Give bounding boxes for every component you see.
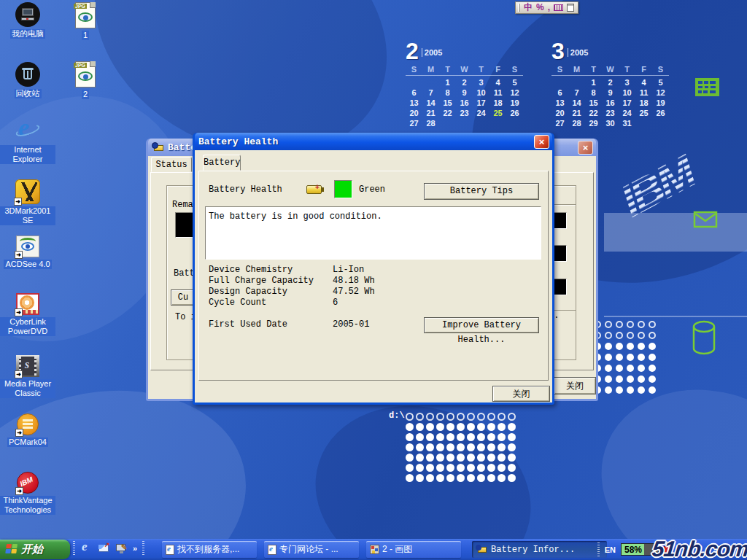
desktop-icon-pcmark04[interactable]: ➜ PCMark04 — [0, 413, 55, 447]
wallpaper-dot — [477, 474, 485, 482]
desktop-icon-jpg-1[interactable]: JPG 1 — [64, 2, 107, 40]
desktop-icon-recycle-bin[interactable]: 回收站 — [0, 62, 55, 98]
wallpaper-dot — [638, 354, 645, 361]
start-label: 开始 — [21, 542, 43, 556]
desktop-icon-label: ACDSee 4.0 — [4, 260, 51, 269]
calendar-grid: SMTWTFS123456789101112131415161718192021… — [406, 64, 523, 128]
battery-tips-button[interactable]: Battery Tips — [424, 183, 539, 200]
task-button-battery-information[interactable]: Battery Infor... — [472, 541, 607, 558]
pcmark-icon: ➜ — [17, 413, 39, 435]
calendar-day: 29 — [585, 118, 602, 128]
calendar-day: 24 — [619, 108, 635, 118]
battery-gauge — [175, 212, 193, 238]
task-button-server-not-found[interactable]: e 找不到服务器,... — [162, 541, 257, 558]
ime-keyboard-icon[interactable] — [554, 4, 563, 11]
desktop-icon-3dmark2001[interactable]: ➜ 3DMark2001 SE — [0, 179, 55, 225]
calendar-weekday: W — [602, 64, 619, 74]
improve-battery-health-button[interactable]: Improve Battery Health... — [424, 317, 539, 333]
calendar-day: 5 — [506, 77, 523, 88]
ime-language-bar[interactable]: 中 % , — [515, 1, 578, 14]
desktop-icon-my-computer[interactable]: 我的电脑 — [0, 2, 55, 39]
ie-quicklaunch-icon[interactable]: e — [80, 542, 93, 555]
wallpaper-dot — [446, 413, 454, 421]
health-status-swatch — [334, 180, 352, 198]
wallpaper-dot — [406, 474, 414, 482]
bg-window-close-cta[interactable]: 关闭 — [554, 377, 596, 394]
desktop-icon-powerdvd[interactable]: ➜ CyberLink PowerDVD — [0, 293, 55, 336]
calendar-day: 20 — [551, 108, 568, 118]
calendar-separator — [406, 75, 523, 76]
start-button[interactable]: 开始 — [0, 540, 70, 559]
wallpaper-dot — [426, 464, 434, 472]
wallpaper-dot — [426, 443, 434, 451]
battery-health-titlebar[interactable]: Battery Health × — [195, 133, 552, 150]
tab-status[interactable]: Status — [151, 157, 192, 172]
wallpaper-dot — [457, 433, 465, 441]
ime-menu-icon[interactable] — [567, 4, 574, 12]
calendar-year: 2005 — [422, 48, 442, 57]
field-label: First Used Date — [209, 319, 287, 330]
wallpaper-dot — [446, 454, 454, 462]
calendar-weekday: T — [619, 64, 635, 74]
outlook-express-icon[interactable]: ↗ — [98, 542, 110, 555]
wallpaper-dot — [416, 423, 424, 431]
dialog-close-button[interactable]: × — [534, 135, 549, 149]
calendar-weekday: T — [473, 64, 489, 74]
wallpaper-dot — [498, 464, 506, 472]
calendar-day: 23 — [456, 108, 473, 118]
wallpaper-dot — [457, 413, 465, 421]
quick-launch-expand-chevron[interactable]: » — [133, 544, 137, 553]
desktop-icon-label: Media Player Classic — [0, 379, 55, 398]
wallpaper-dot — [416, 413, 424, 421]
field-label: Cycle Count — [209, 298, 266, 308]
field-value: 2005-01 — [333, 319, 369, 330]
battery-cell-gauge — [552, 279, 567, 295]
wallpaper-dot — [457, 454, 465, 462]
desktop-icon-jpg-2[interactable]: JPG 2 — [64, 61, 107, 99]
wallpaper-dot — [627, 354, 634, 361]
current-settings-button[interactable]: Cu — [171, 289, 196, 306]
calendar-day: 10 — [473, 88, 489, 98]
calendar-day: 7 — [422, 88, 439, 98]
battery-health-body: Battery Battery Health + Green Battery T… — [195, 150, 552, 402]
calendar-day: 8 — [439, 88, 456, 98]
show-desktop-icon[interactable]: ✎ — [115, 542, 128, 555]
calendar-day: 14 — [568, 98, 585, 108]
wallpaper-dot — [436, 423, 444, 431]
bg-window-close-button[interactable]: × — [578, 141, 593, 155]
wallpaper-dot — [487, 474, 495, 482]
ime-chinese-indicator[interactable]: 中 — [524, 2, 533, 13]
wallpaper-dot — [436, 443, 444, 451]
desktop-icon-thinkvantage[interactable]: IBM ➜ ThinkVantage Technologies — [0, 472, 55, 515]
quick-launch-grip[interactable] — [73, 541, 75, 556]
drive-label: d:\ — [389, 411, 405, 421]
wallpaper-dot — [406, 423, 414, 431]
ime-punctuation-icon[interactable]: , — [548, 2, 550, 13]
jpg-file-icon: JPG — [74, 2, 97, 28]
calendar-day: 14 — [422, 98, 439, 108]
desktop-icon-internet-explorer[interactable]: e Internet Explorer — [0, 118, 55, 164]
ime-grip[interactable] — [518, 4, 520, 12]
task-button-forum[interactable]: e 专门网论坛 - ... — [264, 541, 359, 558]
wallpaper-dot — [487, 423, 495, 431]
calendar-weekday: F — [489, 64, 506, 74]
tab-battery[interactable]: Battery — [203, 155, 241, 171]
desktop-icon-media-player-classic[interactable]: s ➜ Media Player Classic — [0, 355, 55, 398]
wallpaper-dot — [616, 332, 623, 339]
ime-halfwidth-icon[interactable]: % — [536, 2, 544, 13]
tray-grip[interactable] — [597, 542, 600, 557]
wallpaper-dot — [406, 454, 414, 462]
taskbar-grip[interactable] — [142, 541, 144, 556]
dialog-close-cta[interactable]: 关闭 — [492, 386, 550, 402]
task-button-paint[interactable]: 2 - 画图 — [366, 541, 461, 558]
wallpaper-dot — [446, 433, 454, 441]
wallpaper-dot — [498, 433, 506, 441]
language-indicator[interactable]: EN — [605, 545, 616, 554]
grid-icon — [694, 77, 721, 98]
condition-textbox[interactable]: The battery is in good condition. — [205, 206, 541, 260]
calendar-day: 11 — [489, 88, 506, 98]
calendar-day: 21 — [568, 108, 585, 118]
desktop-icon-acdsee[interactable]: ➜ ACDSee 4.0 — [0, 236, 55, 269]
wallpaper-dot — [605, 354, 612, 361]
wallpaper-dot — [627, 365, 634, 372]
